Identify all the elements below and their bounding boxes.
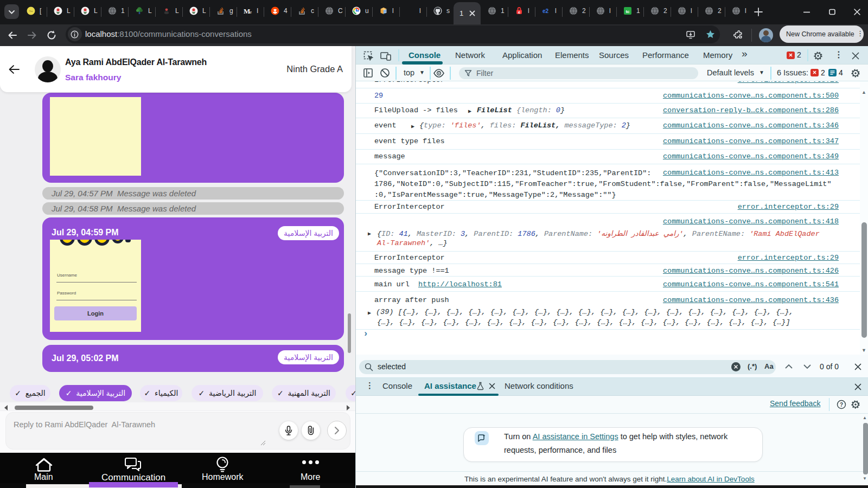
svg-text:?: ? [840, 402, 843, 408]
svg-text:The: The [29, 10, 34, 12]
svg-text:tc: tc [626, 9, 630, 14]
svg-text:e: e [250, 9, 252, 15]
svg-text:e2: e2 [542, 8, 549, 14]
svg-text:e: e [518, 10, 520, 15]
svg-text:☰: ☰ [384, 9, 387, 13]
